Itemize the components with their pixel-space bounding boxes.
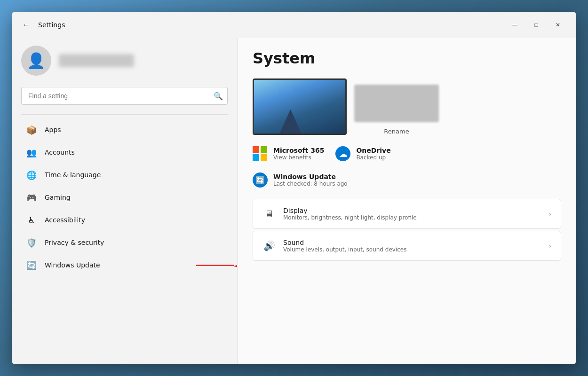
sidebar-item-accessibility[interactable]: ♿ Accessibility <box>21 209 228 231</box>
sidebar-item-windows-update[interactable]: 🔄 Windows Update ◄ <box>21 254 228 276</box>
gaming-icon: 🎮 <box>26 192 37 203</box>
windows-update-card[interactable]: 🔄 Windows Update Last checked: 8 hours a… <box>253 172 561 188</box>
sound-item-title: Sound <box>283 239 406 246</box>
chevron-right-icon: › <box>548 242 551 250</box>
microsoft365-card[interactable]: Microsoft 365 View benefits <box>253 146 324 161</box>
windows-update-icon: 🔄 <box>26 259 37 271</box>
title-bar-left: ← Settings <box>19 18 65 31</box>
privacy-security-icon: 🛡️ <box>26 237 37 248</box>
search-box: 🔍 <box>21 87 228 105</box>
minimize-button[interactable]: — <box>504 17 525 32</box>
content-area: 👤 🔍 📦 Apps 👥 Accounts <box>12 38 576 364</box>
back-button[interactable]: ← <box>19 18 32 31</box>
settings-item-sound-left: 🔊 Sound Volume levels, output, input, so… <box>262 239 406 253</box>
onedrive-title: OneDrive <box>356 147 390 154</box>
close-button[interactable]: ✕ <box>547 17 569 32</box>
accessibility-icon: ♿ <box>26 214 37 226</box>
maximize-button[interactable]: □ <box>525 17 547 32</box>
onedrive-icon: ☁ <box>335 146 350 161</box>
search-icon: 🔍 <box>214 92 223 100</box>
ms-logo-q3 <box>253 154 259 161</box>
settings-list: 🖥 Display Monitors, brightness, night li… <box>253 199 561 261</box>
onedrive-text: OneDrive Backed up <box>356 147 390 161</box>
windows-update-text: Windows Update Last checked: 8 hours ago <box>273 173 348 187</box>
accounts-label: Accounts <box>45 149 75 156</box>
inactive-screen-preview <box>354 85 439 122</box>
sound-item-subtitle: Volume levels, output, input, sound devi… <box>283 246 406 253</box>
sidebar-divider <box>21 114 228 115</box>
rename-label: Rename <box>384 128 409 135</box>
windows-update-status-icon: 🔄 <box>253 172 268 188</box>
onedrive-card[interactable]: ☁ OneDrive Backed up <box>335 146 390 161</box>
display-item-icon: 🖥 <box>262 207 276 220</box>
sidebar: 👤 🔍 📦 Apps 👥 Accounts <box>12 38 238 364</box>
sidebar-item-gaming[interactable]: 🎮 Gaming <box>21 186 228 209</box>
display-item-subtitle: Monitors, brightness, night light, displ… <box>283 214 417 221</box>
ms-logo-q2 <box>261 146 267 153</box>
time-language-label: Time & language <box>45 171 101 179</box>
microsoft365-subtitle: View benefits <box>273 154 324 161</box>
user-profile: 👤 <box>21 46 228 76</box>
windows-update-subtitle: Last checked: 8 hours ago <box>273 180 348 187</box>
windows-update-label: Windows Update <box>45 261 100 269</box>
settings-item-display[interactable]: 🖥 Display Monitors, brightness, night li… <box>253 199 561 229</box>
sidebar-item-privacy-security[interactable]: 🛡️ Privacy & security <box>21 231 228 254</box>
red-arrow-icon: ◄ <box>234 259 238 271</box>
onedrive-subtitle: Backed up <box>356 154 390 161</box>
ms-logo-q1 <box>253 146 259 153</box>
accessibility-label: Accessibility <box>45 216 85 224</box>
settings-item-sound[interactable]: 🔊 Sound Volume levels, output, input, so… <box>253 231 561 261</box>
microsoft365-text: Microsoft 365 View benefits <box>273 147 324 161</box>
settings-window: ← Settings — □ ✕ 👤 🔍 <box>12 12 576 364</box>
accounts-icon: 👥 <box>26 147 37 158</box>
info-cards: Microsoft 365 View benefits ☁ OneDrive B… <box>253 146 561 161</box>
sidebar-item-accounts[interactable]: 👥 Accounts <box>21 141 228 164</box>
gaming-label: Gaming <box>45 194 71 201</box>
privacy-security-label: Privacy & security <box>45 239 104 246</box>
user-icon: 👤 <box>27 52 46 70</box>
sidebar-item-apps[interactable]: 📦 Apps <box>21 118 228 141</box>
windows-update-title: Windows Update <box>273 173 348 180</box>
display-item-text: Display Monitors, brightness, night ligh… <box>283 207 417 221</box>
main-content: System Rename <box>238 38 576 364</box>
inactive-display-card[interactable]: Rename <box>354 85 439 135</box>
ms-logo-q4 <box>261 154 267 161</box>
sidebar-item-time-language[interactable]: 🌐 Time & language <box>21 164 228 186</box>
username-blurred <box>59 54 134 67</box>
display-preview <box>254 80 345 133</box>
search-input[interactable] <box>21 87 228 105</box>
microsoft365-title: Microsoft 365 <box>273 147 324 154</box>
sound-item-icon: 🔊 <box>262 239 276 252</box>
window-title: Settings <box>38 21 65 29</box>
search-icon-button[interactable]: 🔍 <box>214 92 223 101</box>
time-language-icon: 🌐 <box>26 169 37 180</box>
active-display-card[interactable] <box>253 78 347 135</box>
sound-item-text: Sound Volume levels, output, input, soun… <box>283 239 406 253</box>
chevron-right-icon: › <box>548 210 551 218</box>
display-item-title: Display <box>283 207 417 214</box>
arrow-annotation: ◄ <box>196 259 238 271</box>
settings-item-display-left: 🖥 Display Monitors, brightness, night li… <box>262 207 417 221</box>
microsoft-logo-icon <box>253 146 268 161</box>
avatar: 👤 <box>21 46 51 76</box>
arrow-line <box>196 265 234 266</box>
page-title: System <box>253 49 561 67</box>
cloud-icon: ☁ <box>339 149 347 159</box>
refresh-icon: 🔄 <box>255 176 265 185</box>
display-cards: Rename <box>253 78 561 135</box>
apps-icon: 📦 <box>26 124 37 135</box>
nav-menu: 📦 Apps 👥 Accounts 🌐 Time & language 🎮 Ga… <box>21 118 228 276</box>
apps-label: Apps <box>45 126 61 133</box>
title-bar: ← Settings — □ ✕ <box>12 12 576 38</box>
window-controls: — □ ✕ <box>504 17 569 32</box>
